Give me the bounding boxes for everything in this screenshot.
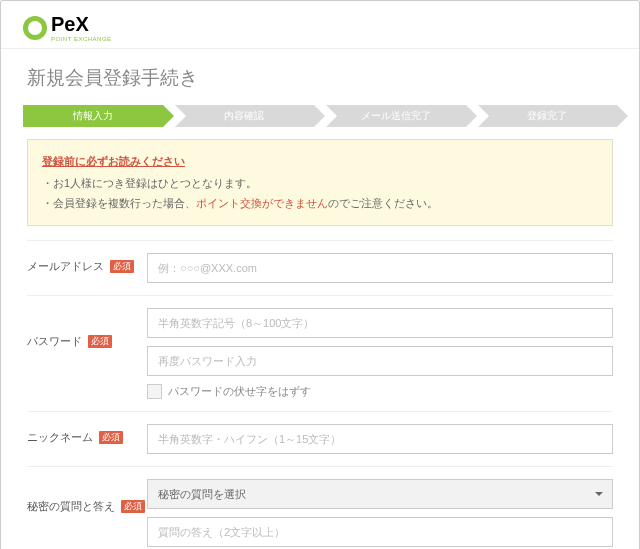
notice-warning: ポイント交換ができません: [196, 197, 328, 209]
required-badge: 必須: [110, 260, 134, 273]
app-header: PeX POINT EXCHANGE: [1, 1, 639, 49]
row-secret: 秘密の質問と答え 必須 秘密の質問を選択: [27, 466, 613, 549]
notice-title: 登録前に必ずお読みください: [42, 152, 185, 172]
label-nickname: ニックネーム: [27, 430, 93, 445]
label-password: パスワード: [27, 334, 82, 349]
brand-name: PeX: [51, 13, 89, 35]
step-1: 情報入力: [23, 105, 163, 127]
nickname-field[interactable]: [147, 424, 613, 454]
checkbox-icon: [147, 384, 162, 399]
step-3: メール送信完了: [326, 105, 466, 127]
secret-answer-field[interactable]: [147, 517, 613, 547]
row-password: パスワード 必須 パスワードの伏せ字をはずす: [27, 295, 613, 411]
password-field[interactable]: [147, 308, 613, 338]
required-badge: 必須: [88, 335, 112, 348]
step-2: 内容確認: [175, 105, 315, 127]
label-email: メールアドレス: [27, 259, 104, 274]
row-email: メールアドレス 必須: [27, 240, 613, 295]
required-badge: 必須: [99, 431, 123, 444]
required-badge: 必須: [121, 500, 145, 513]
step-4: 登録完了: [478, 105, 618, 127]
email-field[interactable]: [147, 253, 613, 283]
label-secret-col: 秘密の質問と答え 必須: [27, 479, 147, 514]
password-confirm-field[interactable]: [147, 346, 613, 376]
secret-question-select[interactable]: 秘密の質問を選択: [147, 479, 613, 509]
label-email-col: メールアドレス 必須: [27, 253, 147, 274]
notice-line-1: ・お1人様につき登録はひとつとなります。: [42, 177, 257, 189]
brand-subtitle: POINT EXCHANGE: [51, 36, 112, 42]
brand-logo: PeX POINT EXCHANGE: [23, 13, 617, 42]
step-indicator: 情報入力 内容確認 メール送信完了 登録完了: [1, 101, 639, 137]
registration-form: メールアドレス 必須 パスワード 必須 パスワードの伏せ字をはずす: [1, 240, 639, 549]
row-nickname: ニックネーム 必須: [27, 411, 613, 466]
logo-ring-icon: [23, 16, 47, 40]
label-password-col: パスワード 必須: [27, 308, 147, 349]
notice-box: 登録前に必ずお読みください ・お1人様につき登録はひとつとなります。 ・会員登録…: [27, 139, 613, 226]
notice-line-2a: ・会員登録を複数行った場合、: [42, 197, 196, 209]
secret-question-value: 秘密の質問を選択: [158, 487, 246, 502]
label-secret: 秘密の質問と答え: [27, 499, 115, 514]
password-show-checkbox-row[interactable]: パスワードの伏せ字をはずす: [147, 384, 613, 399]
label-nickname-col: ニックネーム 必須: [27, 424, 147, 445]
page-title: 新規会員登録手続き: [1, 49, 639, 101]
password-show-label: パスワードの伏せ字をはずす: [168, 384, 311, 399]
notice-line-2b: のでご注意ください。: [328, 197, 438, 209]
